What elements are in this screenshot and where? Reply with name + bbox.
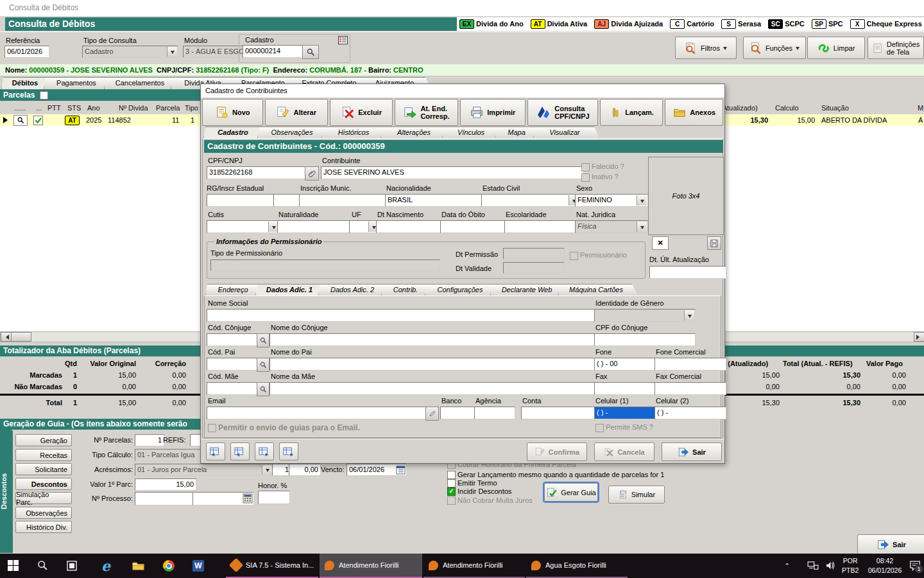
confirma-button[interactable]: Confirma — [527, 442, 587, 461]
modal-tab-cadastro[interactable]: Cadastro — [203, 127, 266, 139]
word-icon[interactable]: W — [193, 560, 204, 572]
rg-digito-input[interactable] — [273, 194, 300, 207]
taskbar-search-icon[interactable] — [37, 560, 48, 571]
subtab-maquina-cartoes[interactable]: Máquina Cartões — [558, 284, 638, 296]
fax-comercial-input[interactable] — [654, 382, 726, 395]
funcoes-button[interactable]: Funções — [743, 37, 806, 59]
falecido-checkbox[interactable] — [581, 163, 590, 171]
scroll-right-button[interactable] — [914, 332, 924, 342]
data-obito-input[interactable] — [440, 220, 507, 233]
cancela-button[interactable]: Cancela — [594, 442, 654, 461]
valor-primeira-parcela-input[interactable]: 15,00 — [135, 478, 196, 491]
task-button-atendimento-2[interactable]: Atendimento Fiorilli — [424, 554, 525, 578]
calculator-icon[interactable] — [243, 493, 253, 504]
guia-side-tab[interactable]: Descontos — [0, 430, 13, 553]
guia-menu-receitas[interactable]: Receitas — [15, 449, 72, 461]
cod-pai-input[interactable] — [207, 358, 261, 371]
cutis-select[interactable] — [207, 220, 280, 233]
naturalidade-input[interactable] — [277, 220, 352, 233]
guia-menu-solicitante[interactable]: Solicitante — [15, 463, 72, 475]
list-icon[interactable] — [338, 36, 348, 44]
tray-language[interactable]: POR PTB2 — [842, 556, 859, 575]
nav-first-button[interactable] — [206, 442, 225, 460]
modal-titlebar[interactable]: Cadastro de Contribuintes — [201, 84, 724, 98]
imprimir-button[interactable]: Imprimir — [460, 99, 526, 126]
cpf-conjuge-input[interactable] — [594, 333, 696, 346]
tab-cancelamentos[interactable]: Cancelamentos — [104, 77, 180, 89]
permitir-email-checkbox[interactable] — [208, 424, 216, 432]
alterar-button[interactable]: Alterar — [265, 99, 328, 126]
chrome-icon[interactable] — [163, 560, 175, 572]
cod-mae-input[interactable] — [207, 382, 261, 395]
email-input[interactable] — [207, 407, 429, 419]
banco-input[interactable] — [440, 407, 477, 419]
nome-conjuge-input[interactable] — [270, 333, 595, 346]
processo-aux-input[interactable] — [193, 492, 254, 505]
nav-next-button[interactable] — [255, 442, 274, 460]
guia-menu-simulacao[interactable]: Simulação Parc. — [15, 492, 72, 504]
speaker-icon[interactable] — [825, 561, 836, 570]
simular-button[interactable]: Simular — [608, 486, 665, 504]
limpar-button[interactable]: Limpar — [807, 37, 865, 59]
at-end-corresp-button[interactable]: At. End.Corresp. — [395, 99, 458, 126]
emitir-termo-checkbox[interactable] — [447, 479, 456, 487]
vencto-input[interactable]: 06/01/2026 — [346, 464, 407, 476]
pai-search-button[interactable] — [257, 358, 270, 372]
inscricao-municipal-input[interactable] — [299, 194, 386, 207]
start-button[interactable] — [8, 560, 19, 571]
acrescimos-v-input[interactable]: 0,00 — [289, 464, 321, 476]
dt-nascimento-input[interactable] — [376, 220, 443, 233]
fone-input[interactable]: ( ) - 00 — [594, 358, 657, 371]
gerar-guia-button[interactable]: Gerar Guia — [544, 483, 598, 502]
filtros-button[interactable]: Filtros — [675, 37, 737, 59]
notification-icon[interactable]: 1 — [909, 560, 921, 571]
nome-pai-input[interactable] — [270, 358, 595, 371]
nacionalidade-input[interactable]: BRASIL — [385, 194, 484, 207]
celular1-input[interactable]: ( ) - — [594, 407, 657, 419]
ie-icon[interactable]: e — [101, 557, 110, 574]
escolaridade-input[interactable] — [504, 220, 578, 233]
tab-pagamentos[interactable]: Pagamentos — [44, 77, 113, 89]
dt-ult-atualizacao-input[interactable] — [649, 266, 726, 279]
nav-last-button[interactable] — [279, 442, 298, 460]
acrescimos-select[interactable]: 01 - Juros por Parcela — [135, 464, 273, 476]
nome-social-input[interactable] — [207, 309, 595, 322]
modal-tab-visualizar[interactable]: Visualizar — [533, 127, 600, 139]
photo-clear-button[interactable]: ✕ — [652, 236, 669, 250]
task-button-agua-esgoto[interactable]: Agua Esgoto Fiorilli — [526, 554, 628, 578]
row-search-button[interactable] — [13, 115, 28, 126]
uf-select[interactable] — [349, 220, 380, 233]
modal-tab-observacoes[interactable]: Observações — [257, 127, 330, 139]
calendar-icon[interactable] — [396, 465, 406, 475]
dt-permissao-input[interactable] — [503, 248, 565, 259]
fone-comercial-input[interactable] — [654, 358, 726, 371]
gerar-lancamento-checkbox[interactable] — [447, 471, 456, 479]
scroll-left-button[interactable] — [1, 332, 12, 342]
anexos-button[interactable]: Anexos — [665, 99, 723, 126]
novo-button[interactable]: Novo — [202, 99, 263, 126]
tipo-permissionario-input[interactable] — [210, 259, 440, 271]
tipo-consulta-select[interactable]: Cadastro — [82, 46, 178, 58]
cpf-clip-button[interactable] — [305, 166, 319, 180]
nao-cobrar-multa-checkbox[interactable] — [447, 496, 456, 505]
guia-menu-observacoes[interactable]: Observações — [15, 507, 72, 519]
parcelas-checkbox[interactable] — [40, 91, 48, 100]
fax-input[interactable] — [594, 382, 657, 395]
consulta-cpf-cnpj-button[interactable]: ConsultaCPF/CNPJ — [527, 99, 598, 126]
conta-input[interactable] — [521, 407, 595, 419]
subtab-endereco[interactable]: Endereço — [205, 284, 264, 296]
photo-load-button[interactable] — [707, 236, 721, 250]
inativo-checkbox[interactable] — [581, 173, 590, 182]
subtab-declarante-web[interactable]: Declarante Web — [490, 284, 567, 296]
subtab-dados-adic-2[interactable]: Dados Adic. 2 — [318, 284, 390, 296]
cadastro-search-button[interactable] — [302, 45, 319, 59]
modal-tab-historicos[interactable]: Históricos — [321, 127, 389, 139]
task-button-atendimento-1[interactable]: Atendimento Fiorilli — [320, 554, 422, 578]
modal-tab-vinculos[interactable]: Vínculos — [442, 127, 504, 139]
nome-mae-input[interactable] — [270, 382, 595, 395]
n-parcelas-input[interactable]: 1 — [135, 434, 164, 446]
estado-civil-select[interactable] — [481, 194, 580, 207]
mae-search-button[interactable] — [257, 382, 270, 396]
network-icon[interactable] — [807, 561, 819, 570]
honor-input[interactable] — [258, 491, 290, 504]
